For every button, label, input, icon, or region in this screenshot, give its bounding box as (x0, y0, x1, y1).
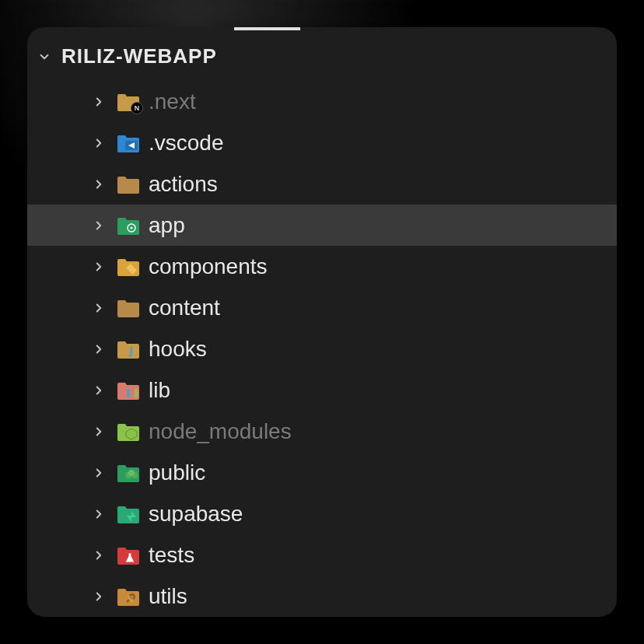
lib-folder-icon (116, 380, 141, 401)
chevron-right-icon[interactable] (89, 134, 108, 152)
folder-icon (116, 174, 141, 194)
folder-icon (116, 298, 141, 318)
chevron-right-icon[interactable] (89, 340, 108, 359)
tree-item-supabase[interactable]: supabase (27, 493, 617, 534)
public-folder-icon (116, 463, 141, 483)
chevron-right-icon[interactable] (89, 587, 108, 606)
supabase-folder-icon (116, 504, 141, 524)
chevron-right-icon[interactable] (89, 381, 108, 400)
svg-rect-4 (127, 389, 130, 397)
tree-item-label: actions (149, 172, 218, 197)
components-folder-icon (116, 257, 141, 277)
tree-item-tests[interactable]: tests (27, 534, 617, 576)
tree-item-label: tests (149, 543, 194, 568)
tree-item-label: hooks (149, 337, 207, 362)
hooks-folder-icon (116, 339, 141, 359)
project-header[interactable]: RILIZ-WEBAPP (27, 27, 617, 79)
vscode-folder-icon (116, 133, 141, 153)
tree-item-label: content (149, 296, 220, 320)
tree-item-lib[interactable]: lib (27, 369, 617, 411)
chevron-right-icon[interactable] (89, 175, 108, 194)
tree-item--next[interactable]: N.next (27, 81, 617, 122)
svg-rect-6 (135, 389, 138, 397)
tree-item-label: utils (149, 584, 187, 609)
svg-rect-5 (131, 389, 134, 397)
next-badge-icon: N (131, 102, 143, 114)
chevron-right-icon[interactable] (89, 216, 108, 235)
utils-folder-icon (116, 586, 141, 607)
tree-item-utils[interactable]: utils (27, 576, 617, 617)
chevron-right-icon[interactable] (89, 422, 108, 441)
explorer-panel: RILIZ-WEBAPP N.next .vscode actions app … (27, 27, 617, 617)
tree-item-content[interactable]: content (27, 287, 617, 328)
app-folder-icon (116, 215, 141, 236)
chevron-right-icon[interactable] (89, 257, 108, 276)
chevron-right-icon[interactable] (89, 505, 108, 523)
tree-item-hooks[interactable]: hooks (27, 328, 617, 369)
tree-item-label: app (149, 213, 185, 238)
chevron-right-icon[interactable] (89, 299, 108, 317)
tree-item-label: node_modules (149, 419, 292, 444)
svg-point-10 (128, 470, 135, 476)
chevron-down-icon (35, 47, 54, 66)
tree-item-label: .next (149, 89, 196, 114)
tree-item--vscode[interactable]: .vscode (27, 122, 617, 163)
tab-indicator (234, 27, 300, 30)
chevron-right-icon[interactable] (89, 93, 108, 111)
tests-folder-icon (116, 545, 141, 565)
tree-item-label: .vscode (149, 131, 224, 156)
tree-item-label: supabase (149, 502, 243, 527)
svg-point-2 (131, 226, 133, 229)
tree-item-node-modules[interactable]: node_modules (27, 411, 617, 452)
next-folder-icon: N (116, 92, 141, 112)
tree-item-components[interactable]: components (27, 246, 617, 287)
project-name: RILIZ-WEBAPP (61, 44, 217, 68)
file-tree: N.next .vscode actions app components co… (27, 79, 617, 617)
tree-item-public[interactable]: public (27, 452, 617, 493)
tree-item-app[interactable]: app (27, 205, 617, 246)
tree-item-label: public (149, 460, 205, 485)
tree-item-label: lib (149, 378, 170, 403)
tree-item-label: components (149, 254, 268, 279)
chevron-right-icon[interactable] (89, 464, 108, 482)
chevron-right-icon[interactable] (89, 546, 108, 565)
node-folder-icon (116, 422, 141, 442)
tree-item-actions[interactable]: actions (27, 163, 617, 205)
